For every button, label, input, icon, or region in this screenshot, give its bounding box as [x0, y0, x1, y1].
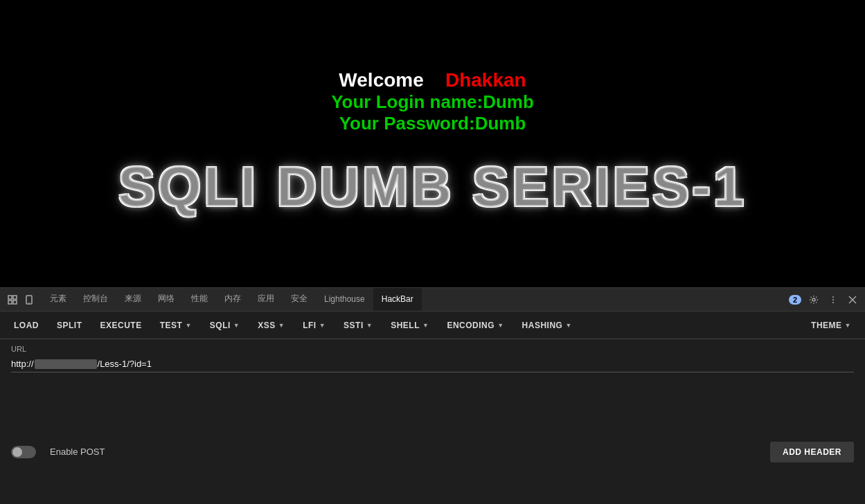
url-suffix: /Less-1/?id=1: [98, 359, 152, 369]
lfi-button[interactable]: LFI ▼: [294, 316, 334, 335]
phone-icon[interactable]: [22, 293, 36, 307]
execute-button[interactable]: EXECUTE: [92, 316, 150, 335]
sqli-button[interactable]: SQLI ▼: [202, 316, 248, 335]
test-button[interactable]: TEST ▼: [152, 316, 200, 335]
settings-icon[interactable]: [807, 293, 821, 307]
issues-badge[interactable]: 2: [789, 295, 801, 305]
hashing-button[interactable]: HASHING ▼: [514, 316, 580, 335]
devtools-icons: [6, 293, 36, 307]
more-icon[interactable]: [826, 293, 840, 307]
hackbar-toolbar: LOAD SPLIT EXECUTE TEST ▼ SQLI ▼ XSS ▼ L…: [0, 312, 865, 339]
split-button[interactable]: SPLIT: [48, 316, 91, 335]
welcome-line1: Welcome Dhakkan: [331, 69, 534, 91]
xss-button[interactable]: XSS ▼: [249, 316, 293, 335]
tab-network[interactable]: 网络: [150, 288, 183, 311]
load-button[interactable]: LOAD: [6, 316, 47, 335]
tab-application[interactable]: 应用: [249, 288, 283, 311]
cursor-icon[interactable]: [6, 293, 19, 307]
url-display: http:// /Less-1/?id=1: [11, 356, 854, 372]
enable-post-toggle[interactable]: [11, 446, 36, 458]
hackbar-bottom: Enable POST ADD HEADER: [0, 375, 865, 504]
sqli-dropdown-arrow: ▼: [233, 322, 240, 329]
add-header-button[interactable]: ADD HEADER: [770, 442, 854, 462]
welcome-password: Your Password:Dumb: [331, 113, 534, 134]
tab-elements[interactable]: 元素: [42, 288, 75, 311]
tab-memory[interactable]: 内存: [216, 288, 249, 311]
svg-point-5: [28, 302, 29, 303]
tab-lighthouse[interactable]: Lighthouse: [316, 288, 373, 311]
theme-dropdown-arrow: ▼: [845, 322, 851, 329]
devtools-tabbar: 元素 控制台 来源 网络 性能 内存 应用 安全 Lighthouse Hack…: [0, 287, 865, 312]
devtools-right: 2: [789, 293, 859, 307]
theme-button[interactable]: THEME ▼: [803, 316, 859, 335]
shell-dropdown-arrow: ▼: [422, 322, 429, 329]
welcome-login: Your Login name:Dumb: [331, 91, 534, 113]
hashing-dropdown-arrow: ▼: [565, 322, 571, 329]
sqli-title: SQLI DUMB SERIES-1: [118, 155, 747, 219]
svg-point-6: [812, 298, 815, 301]
svg-rect-1: [13, 296, 17, 299]
encoding-dropdown-arrow: ▼: [497, 322, 503, 329]
svg-rect-0: [8, 296, 12, 299]
svg-rect-3: [13, 300, 17, 304]
welcome-text-white: Welcome: [339, 69, 423, 91]
url-label: URL: [11, 345, 854, 353]
test-dropdown-arrow: ▼: [185, 322, 191, 329]
svg-point-9: [832, 302, 834, 303]
svg-point-7: [832, 296, 834, 298]
tab-hackbar[interactable]: HackBar: [373, 288, 422, 311]
url-masked: [35, 359, 97, 369]
devtools-tabs: 元素 控制台 来源 网络 性能 内存 应用 安全 Lighthouse Hack…: [42, 288, 789, 311]
tab-performance[interactable]: 性能: [183, 288, 216, 311]
close-icon[interactable]: [846, 293, 859, 307]
welcome-text-red: Dhakkan: [445, 69, 526, 91]
ssti-button[interactable]: SSTI ▼: [335, 316, 381, 335]
xss-dropdown-arrow: ▼: [278, 322, 285, 329]
toggle-knob: [12, 447, 22, 457]
encoding-button[interactable]: ENCODING ▼: [438, 316, 512, 335]
ssti-dropdown-arrow: ▼: [366, 322, 373, 329]
svg-point-8: [832, 299, 834, 300]
lfi-dropdown-arrow: ▼: [319, 322, 326, 329]
welcome-section: Welcome Dhakkan Your Login name:Dumb You…: [331, 69, 534, 134]
main-content: Welcome Dhakkan Your Login name:Dumb You…: [0, 0, 865, 287]
tab-security[interactable]: 安全: [283, 288, 316, 311]
tab-console[interactable]: 控制台: [75, 288, 116, 311]
svg-rect-2: [8, 300, 12, 304]
hackbar-panel: LOAD SPLIT EXECUTE TEST ▼ SQLI ▼ XSS ▼ L…: [0, 312, 865, 504]
enable-post-label: Enable POST: [50, 447, 105, 457]
url-prefix: http://: [11, 359, 34, 369]
shell-button[interactable]: SHELL ▼: [382, 316, 437, 335]
hackbar-url-section: URL http:// /Less-1/?id=1: [0, 339, 865, 375]
tab-sources[interactable]: 来源: [116, 288, 150, 311]
